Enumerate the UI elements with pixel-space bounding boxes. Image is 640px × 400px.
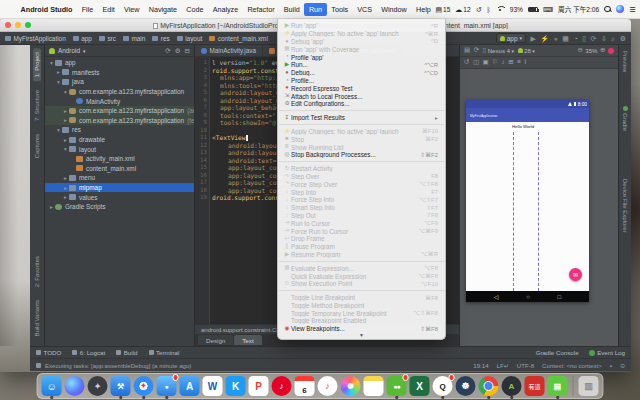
dock-icon-youdao[interactable]: 有道 [525,376,545,396]
menu-item-quick-evaluate-expression[interactable]: Quick Evaluate Expression⌥⌘F8 [278,272,445,280]
theme-icon[interactable]: ▣ [483,59,489,66]
line-ending-indicator[interactable]: LF↵ [497,362,509,369]
profile-icon[interactable]: ◔ [573,35,577,42]
expand-arrow-icon[interactable]: ▾ [55,79,62,85]
dock-icon-pdf-expert[interactable]: P [249,376,269,396]
dock-icon-messages[interactable]: ● [157,376,177,396]
tool-tab-preview[interactable]: Preview [622,51,628,72]
dock-icon-android-studio[interactable]: A [502,376,522,396]
expand-arrow-icon[interactable]: ▸ [48,204,55,210]
dock-icon-excel[interactable]: X [410,376,430,396]
tool-button-gradle-console[interactable]: Gradle Console [536,349,579,356]
menu-item-step-over[interactable]: ↷Step OverF8 [278,173,445,181]
menu-item-show-execution-point[interactable]: ⊙Show Execution Point⌥F10 [278,280,445,288]
phone-content[interactable]: Hello World ✉ [466,122,589,291]
menu-item-run-app-with-coverage[interactable]: ▦Run 'app' with Coverage [278,45,445,53]
menu-item-show-running-list[interactable]: ≣Show Running List [278,143,445,151]
time-machine-icon[interactable]: ↺ [476,6,482,13]
tree-item-activity-main-xml[interactable]: activity_main.xml [45,154,194,164]
dock-icon-xcode[interactable]: ⚒ [111,376,131,396]
mode-tab-text[interactable]: Text [234,335,261,345]
menu-item-resume-program[interactable]: ▶Resume Program⌥⌘R [278,251,445,259]
shield-badge[interactable]: ▤15 [435,6,450,13]
menu-scroll-down-icon[interactable]: ▼ [278,333,445,338]
breadcrumb-item[interactable]: main [123,35,145,42]
menu-item-toggle-method-breakpoint[interactable]: Toggle Method Breakpoint [278,302,445,310]
menu-item-record-espresso-test[interactable]: ●Record Espresso Test [278,84,445,92]
dock-icon-wechat[interactable]: ●● [387,376,407,396]
minimize-window-button[interactable] [15,22,21,28]
expand-arrow-icon[interactable]: ▸ [62,175,69,181]
dock-icon-books[interactable]: ▤ [548,376,568,396]
align-icon[interactable]: ≡ [517,59,521,66]
tree-item-mipmap[interactable]: ▸mipmap [45,183,194,193]
menu-item-attach-to-local-process-[interactable]: ⇲Attach to Local Process... [278,92,445,100]
design-surface-icon[interactable]: ▤ [464,47,470,54]
recents-icon[interactable]: □ [558,294,562,300]
menu-item-run-to-cursor[interactable]: ⇥Run to Cursor⌥F9 [278,219,445,227]
menu-edit[interactable]: Edit [98,3,120,16]
menu-item-smart-step-into[interactable]: ↓Smart Step Into⇧F7 [278,204,445,212]
grid-icon[interactable]: ⊞ [508,59,513,66]
breadcrumb-item[interactable]: MyFirstApplication [5,35,66,42]
menu-item-apply-changes-no-active-app-launch[interactable]: ⚡Apply Changes: No active 'app' launch^⌘… [278,30,445,38]
expand-arrow-icon[interactable]: ▸ [62,185,69,191]
bluetooth-icon[interactable]: ᛒ [487,6,491,13]
dock-icon-siri[interactable] [65,376,85,396]
zoom-in-icon[interactable]: ⊕ [600,47,605,54]
menu-view[interactable]: View [119,3,144,16]
editor-tab-mainactivity-java[interactable]: MainActivity.java [195,45,263,56]
tool-button-event-log[interactable]: Event Log [589,349,625,356]
menu-item-step-into[interactable]: ↓Step IntoF7 [278,188,445,196]
search-everywhere-icon[interactable]: ⌕ [611,35,615,42]
zoom-window-button[interactable] [25,22,31,28]
cursor-icon[interactable]: I [525,59,527,66]
dock-icon-chrome[interactable] [479,376,499,396]
menu-item-stop-background-processes-[interactable]: ◎Stop Background Processes...⇧⌘F2 [278,151,445,159]
context-indicator[interactable]: Context: <no context> [542,362,602,369]
expand-arrow-icon[interactable]: ▸ [62,108,69,114]
menu-item-import-test-results[interactable]: ↧Import Test Results▸ [278,114,445,122]
run-configuration-select[interactable]: app▾ [496,33,526,43]
dock-icon-launchpad[interactable]: ✦ [88,376,108,396]
tree-item-app[interactable]: ▾app [45,58,194,68]
encoding-indicator[interactable]: UTF-8 [517,362,534,369]
tree-item-drawable[interactable]: ▸drawable [45,135,194,145]
menu-tools[interactable]: Tools [327,3,353,16]
menu-item-apply-changes-no-active-app-launch[interactable]: ⚡Apply Changes: No active 'app' launch⌘F… [278,128,445,136]
menu-item-run-app-[interactable]: ▶Run 'app'^R [278,22,445,30]
expand-arrow-icon[interactable]: ▾ [55,127,62,133]
sync-project-icon[interactable]: ⟳ [591,35,597,42]
wifi-icon[interactable] [496,6,505,13]
caret-position[interactable]: 19:14 [473,362,488,369]
tree-item-values[interactable]: ▸values [45,192,194,202]
dock-icon-finder[interactable]: ☺ [42,376,62,396]
zoom-out-icon[interactable]: ⊖ [577,47,582,54]
tool-tab-captures[interactable]: Captures [33,130,41,162]
menu-file[interactable]: File [77,3,98,16]
menu-item-toggle-temporary-line-breakpoint[interactable]: Toggle Temporary Line Breakpoint⌥⇧⌘F8 [278,309,445,317]
menu-vcs[interactable]: VCS [353,3,377,16]
menu-code[interactable]: Code [182,3,208,16]
debug-icon[interactable]: ● [554,35,558,42]
tool-tab-1-project[interactable]: 1: Project [33,48,41,81]
expand-arrow-icon[interactable]: ▸ [55,69,62,75]
coverage-icon[interactable]: ▦ [562,35,569,42]
menu-item-debug-app-[interactable]: ●Debug 'app'^D [278,38,445,46]
menu-help[interactable]: Help [411,3,435,16]
font-icon[interactable]: ♪ [502,59,505,66]
tool-tab-gradle[interactable]: Gradle [622,106,628,131]
dock-icon-calendar[interactable]: 6 [295,376,315,396]
siri-icon[interactable] [616,5,624,13]
menu-item-profile-app-[interactable]: ◔Profile 'app' [278,53,445,61]
menu-window[interactable]: Window [377,3,412,16]
dock-icon-keynote[interactable]: K [226,376,246,396]
back-icon[interactable]: ◁ [494,293,499,300]
floating-action-button[interactable]: ✉ [569,268,582,281]
tool-button-terminal[interactable]: Terminal [149,349,180,356]
sdk-manager-icon[interactable]: ⇩ [601,35,607,42]
notification-center-icon[interactable]: ☰ [629,6,635,13]
tree-item-menu[interactable]: ▸menu [45,173,194,183]
variants-icon[interactable]: ◫ [473,59,479,66]
avd-manager-icon[interactable]: ▯ [582,35,586,42]
